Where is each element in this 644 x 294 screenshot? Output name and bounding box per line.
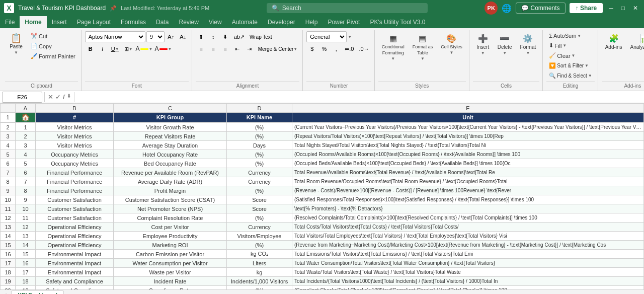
align-top-button[interactable]: ⬆ <box>196 31 207 42</box>
cell-a20[interactable]: 19 <box>16 286 36 290</box>
cell-d16[interactable]: kg CO₂ <box>227 250 292 259</box>
tab-automate[interactable]: Automate <box>227 16 263 28</box>
cell-a4[interactable]: 3 <box>16 141 36 150</box>
cell-b12[interactable]: Customer Satisfaction <box>36 213 114 223</box>
increase-font-button[interactable]: A↑ <box>166 31 177 42</box>
delete-button[interactable]: ➖ Delete ▼ <box>494 31 516 58</box>
cell-a3[interactable]: 2 <box>16 132 36 141</box>
cell-a16[interactable]: 15 <box>16 250 36 259</box>
cell-b11[interactable]: Customer Satisfaction <box>36 204 114 213</box>
percent-button[interactable]: % <box>318 43 330 54</box>
cell-c20[interactable]: Compliance Rate <box>114 286 227 290</box>
cell-e3[interactable]: (Repeat Visitors/Total Visitors)×100[\te… <box>292 132 644 141</box>
cell-c19[interactable]: Incident Rate <box>114 277 227 286</box>
tab-power-pivot[interactable]: Power Pivot <box>323 16 365 28</box>
cell-a18[interactable]: 17 <box>16 268 36 277</box>
cell-c1[interactable]: KPI Group <box>114 113 227 122</box>
col-header-e[interactable]: E <box>292 104 644 113</box>
cell-a19[interactable]: 18 <box>16 277 36 286</box>
cell-b1[interactable]: # <box>36 113 114 122</box>
cell-b9[interactable]: Financial Performance <box>36 186 114 195</box>
format-button[interactable]: ⚙️ Format ▼ <box>517 31 540 58</box>
cell-d19[interactable]: Incidents/1,000 Visitors <box>227 277 292 286</box>
decrease-indent-button[interactable]: ⇤ <box>232 43 243 54</box>
underline-button[interactable]: U ▼ <box>109 43 121 54</box>
cell-a12[interactable]: 11 <box>16 213 36 223</box>
cell-c7[interactable]: Revenue per Available Room (RevPAR) <box>114 168 227 177</box>
cell-d12[interactable]: (%) <box>227 213 292 223</box>
number-format-select[interactable]: General <box>306 31 347 42</box>
cell-e9[interactable]: (Revenue - Costs)/Revenue×100[(Revenue -… <box>292 186 644 195</box>
tab-view[interactable]: View <box>204 16 227 28</box>
merge-center-button[interactable]: Merge & Center ▼ <box>256 43 300 54</box>
comments-button[interactable]: 💬 Comments <box>516 3 565 14</box>
decrease-decimal-button[interactable]: ⬅.0 <box>343 43 356 54</box>
share-button[interactable]: ↑ Share <box>570 3 603 13</box>
align-center-button[interactable]: ≡ <box>208 43 219 54</box>
cell-a5[interactable]: 4 <box>16 150 36 159</box>
close-icon[interactable]: ✕ <box>631 5 640 12</box>
cell-b4[interactable]: Visitor Metrics <box>36 141 114 150</box>
col-header-a[interactable]: A <box>16 104 36 113</box>
format-as-table-button[interactable]: ▤ Format as Table ▼ <box>409 31 437 63</box>
copy-button[interactable]: 📄 Copy <box>28 41 78 51</box>
cut-button[interactable]: ✂️ Cut <box>28 31 78 41</box>
align-right-button[interactable]: ≡ <box>220 43 231 54</box>
cell-b13[interactable]: Operational Efficiency <box>36 223 114 232</box>
tab-review[interactable]: Review <box>174 16 203 28</box>
cell-styles-button[interactable]: 🎨 Cell Styles ▼ <box>437 31 466 57</box>
cell-d1[interactable]: KPI Name <box>227 113 292 122</box>
tab-insert[interactable]: Insert <box>47 16 72 28</box>
col-header-c[interactable]: C <box>114 104 227 113</box>
cell-d4[interactable]: Days <box>227 141 292 150</box>
insert-button[interactable]: ➕ Insert ▼ <box>473 31 493 58</box>
cell-e16[interactable]: Total Emissions/Total Visitors\text{Tota… <box>292 250 644 259</box>
cell-d11[interactable]: Score <box>227 204 292 213</box>
cell-d6[interactable]: (%) <box>227 159 292 168</box>
cell-b3[interactable]: Visitor Metrics <box>36 132 114 141</box>
cell-c5[interactable]: Hotel Occupancy Rate <box>114 150 227 159</box>
tab-help[interactable]: Help <box>300 16 323 28</box>
maximize-icon[interactable]: □ <box>619 5 627 12</box>
cell-e7[interactable]: Total Revenue/Available Rooms\text{Total… <box>292 168 644 177</box>
cell-c6[interactable]: Bed Occupancy Rate <box>114 159 227 168</box>
cell-d13[interactable]: Currency <box>227 223 292 232</box>
cell-c17[interactable]: Water Consumption per Visitor <box>114 259 227 268</box>
cell-a1[interactable]: 🏠 <box>16 113 36 122</box>
insert-function-icon[interactable]: f <box>63 93 65 101</box>
cell-b20[interactable]: Safety and Compliance <box>36 286 114 290</box>
sheet-tab-kpi[interactable]: KPI Dashboard <box>11 290 64 294</box>
cell-a17[interactable]: 16 <box>16 259 36 268</box>
cell-d5[interactable]: (%) <box>227 150 292 159</box>
cell-e20[interactable]: (Compliant Checks/Total Checks)×100[\tex… <box>292 286 644 290</box>
cell-b8[interactable]: Financial Performance <box>36 177 114 186</box>
border-button[interactable]: ⊞ ▼ <box>122 43 135 54</box>
cell-b6[interactable]: Occupancy Metrics <box>36 159 114 168</box>
cell-e11[interactable]: \text{% Promoters} - \text{% Detractors} <box>292 204 644 213</box>
cell-d8[interactable]: Currency <box>227 177 292 186</box>
cell-e10[interactable]: (Satisfied Responses/Total Responses)×10… <box>292 195 644 204</box>
col-header-b[interactable]: B <box>36 104 114 113</box>
decrease-font-button[interactable]: A↓ <box>178 31 189 42</box>
cell-c16[interactable]: Carbon Emission per Visitor <box>114 250 227 259</box>
cell-e4[interactable]: Total Nights Stayed/Total Visitors\text{… <box>292 141 644 150</box>
cell-c10[interactable]: Customer Satisfaction Score (CSAT) <box>114 195 227 204</box>
tab-developer[interactable]: Developer <box>263 16 300 28</box>
cell-a9[interactable]: 8 <box>16 186 36 195</box>
currency-button[interactable]: $ <box>306 43 317 54</box>
cell-e2[interactable]: (Current Year Visitors−Previous Year Vis… <box>292 123 644 132</box>
cell-d17[interactable]: Liters <box>227 259 292 268</box>
cell-d14[interactable]: Visitors/Employee <box>227 232 292 241</box>
clear-button[interactable]: 🧹 Clear ▼ <box>546 51 594 60</box>
autosum-button[interactable]: Σ AutoSum ▼ <box>546 31 594 40</box>
sort-filter-button[interactable]: 🔽 Sort & Filter ▼ <box>546 61 594 70</box>
minimize-icon[interactable]: ─ <box>607 5 615 12</box>
cell-c12[interactable]: Complaint Resolution Rate <box>114 213 227 223</box>
orientation-button[interactable]: ab↗ <box>232 31 247 42</box>
cell-b5[interactable]: Occupancy Metrics <box>36 150 114 159</box>
tab-data[interactable]: Data <box>151 16 174 28</box>
tab-formulas[interactable]: Formulas <box>116 16 151 28</box>
cell-c15[interactable]: Marketing ROI <box>114 241 227 250</box>
cell-a8[interactable]: 7 <box>16 177 36 186</box>
cell-e5[interactable]: (Occupied Rooms/Available Rooms)×100[\te… <box>292 150 644 159</box>
